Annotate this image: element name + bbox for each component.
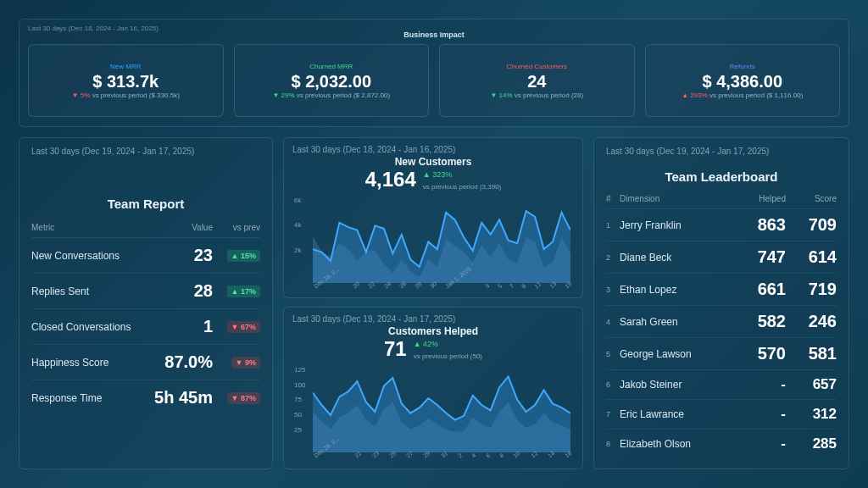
board-score: 581 — [786, 344, 837, 363]
report-value: 1 — [143, 317, 213, 336]
delta-icon: 5% — [72, 92, 91, 99]
board-helped: - — [735, 406, 786, 423]
board-score: 614 — [786, 247, 837, 267]
board-score: 246 — [786, 312, 837, 331]
report-metric: Response Time — [31, 392, 143, 404]
board-row: 3Ethan Lopez661719 — [606, 273, 837, 305]
board-rank: 1 — [606, 221, 620, 230]
board-score: 709 — [786, 215, 837, 235]
chart2-delta: ▲ 42% — [414, 340, 438, 348]
board-helped: - — [735, 435, 786, 452]
impact-card-name: New MRR — [110, 63, 141, 70]
board-score: 657 — [786, 376, 837, 393]
board-helped: 747 — [735, 247, 786, 267]
board-row: 4Sarah Green582246 — [606, 305, 837, 337]
impact-card[interactable]: Churned Customers2414% vs previous perio… — [439, 44, 635, 117]
customers-helped-panel: Last 30 days (Dec 19, 2024 - Jan 17, 202… — [283, 307, 583, 469]
board-helped: 863 — [735, 215, 786, 235]
board-rank: 5 — [606, 350, 620, 358]
report-value: 28 — [143, 281, 213, 301]
board-row: 2Diane Beck747614 — [606, 241, 837, 273]
report-head-metric: Metric — [31, 223, 143, 232]
board-row: 6Jakob Steiner-657 — [606, 369, 837, 399]
board-helped: 570 — [735, 344, 786, 363]
report-row: New Conversations23▲ 15% — [31, 238, 260, 274]
report-value: 87.0% — [143, 352, 213, 372]
impact-card-sub: 14% vs previous period (28) — [490, 92, 583, 99]
board-name: Jakob Steiner — [620, 379, 735, 391]
impact-card-sub: 293% vs previous period ($ 1,116.00) — [682, 92, 803, 99]
report-value: 23 — [143, 246, 213, 265]
report-row: Replies Sent28▲ 17% — [31, 274, 260, 309]
delta-icon: 14% — [490, 92, 512, 99]
board-helped: 582 — [735, 312, 786, 331]
board-name: Eric Lawrance — [620, 408, 735, 420]
report-range: Last 30 days (Dec 19, 2024 - Jan 17, 202… — [31, 147, 260, 156]
report-row: Happiness Score87.0%▼ 9% — [31, 345, 260, 380]
report-delta: ▼ 87% — [213, 391, 260, 404]
board-helped: 661 — [735, 280, 786, 299]
chart1-range: Last 30 days (Dec 18, 2024 - Jan 16, 202… — [292, 145, 574, 154]
chart2-plot: 125100755025 — [313, 364, 570, 452]
report-row: Closed Conversations1▼ 67% — [31, 309, 260, 345]
board-name: Diane Beck — [620, 252, 735, 263]
report-head-prev: vs prev — [213, 223, 260, 232]
board-head-h: Helped — [735, 194, 786, 203]
board-rank: 3 — [606, 286, 620, 294]
board-name: Sarah Green — [620, 316, 735, 328]
report-metric: New Conversations — [31, 250, 143, 262]
report-delta: ▲ 17% — [213, 285, 260, 297]
board-rank: 6 — [606, 380, 620, 389]
business-impact-panel: Last 30 days (Dec 18, 2024 - Jan 16, 202… — [19, 19, 849, 127]
board-score: 285 — [786, 435, 837, 452]
impact-card-sub: 29% vs previous period ($ 2,872.00) — [272, 92, 390, 99]
board-rank: 4 — [606, 318, 620, 326]
impact-card-value: 24 — [527, 72, 546, 92]
board-range: Last 30 days (Dec 19, 2024 - Jan 17, 202… — [606, 147, 837, 156]
chart1-xaxis: Dec 18, 2...202224262830Jan 1, 202535791… — [313, 285, 570, 291]
board-row: 1Jerry Franklin863709 — [606, 208, 837, 241]
impact-card-value: $ 2,032.00 — [291, 72, 371, 92]
board-name: Elizabeth Olson — [620, 438, 735, 450]
board-name: George Lawson — [620, 348, 735, 360]
chart1-prev: vs previous period (3,390) — [423, 183, 502, 191]
impact-card-name: Churned Customers — [506, 63, 567, 70]
report-metric: Replies Sent — [31, 286, 143, 297]
board-head-d: Dimension — [620, 194, 735, 203]
chart1-title: New Customers — [292, 156, 574, 168]
report-metric: Closed Conversations — [31, 321, 143, 333]
board-score: 719 — [786, 280, 837, 299]
team-report-panel: Last 30 days (Dec 19, 2024 - Jan 17, 202… — [19, 137, 273, 469]
impact-card[interactable]: Refunds$ 4,386.00293% vs previous period… — [645, 44, 841, 117]
chart1-plot: 6k4k2k — [313, 195, 570, 283]
chart2-xaxis: Dec 19, 2...212325272931246810121416 — [313, 454, 570, 460]
board-helped: - — [735, 376, 786, 393]
chart2-big: 71 — [384, 337, 407, 361]
board-rank: 8 — [606, 440, 620, 448]
impact-card-value: $ 4,386.00 — [702, 72, 782, 92]
report-delta: ▲ 15% — [213, 249, 260, 262]
board-row: 5George Lawson570581 — [606, 337, 837, 369]
impact-card[interactable]: Churned MRR$ 2,032.0029% vs previous per… — [234, 44, 430, 117]
board-head-s: Score — [786, 194, 837, 203]
impact-card-value: $ 313.7k — [92, 72, 159, 92]
board-head-n: # — [606, 194, 620, 203]
board-title: Team Leaderboard — [606, 169, 837, 184]
report-head-value: Value — [143, 223, 213, 232]
impact-card-name: Refunds — [730, 63, 755, 70]
delta-icon: 29% — [272, 92, 294, 99]
chart2-title: Customers Helped — [292, 325, 574, 337]
report-row: Response Time5h 45m▼ 87% — [31, 380, 260, 415]
new-customers-panel: Last 30 days (Dec 18, 2024 - Jan 16, 202… — [283, 137, 583, 298]
board-name: Jerry Franklin — [620, 219, 735, 231]
report-metric: Happiness Score — [31, 357, 143, 369]
impact-card-name: Churned MRR — [309, 63, 353, 70]
report-delta: ▼ 9% — [213, 356, 260, 369]
chart2-range: Last 30 days (Dec 19, 2024 - Jan 17, 202… — [292, 314, 574, 324]
impact-card-sub: 5% vs previous period ($ 330.5k) — [72, 92, 180, 99]
board-row: 8Elizabeth Olson-285 — [606, 429, 837, 458]
report-value: 5h 45m — [143, 388, 213, 408]
impact-card[interactable]: New MRR$ 313.7k5% vs previous period ($ … — [28, 44, 224, 117]
team-leaderboard-panel: Last 30 days (Dec 19, 2024 - Jan 17, 202… — [593, 137, 849, 469]
board-row: 7Eric Lawrance-312 — [606, 399, 837, 429]
